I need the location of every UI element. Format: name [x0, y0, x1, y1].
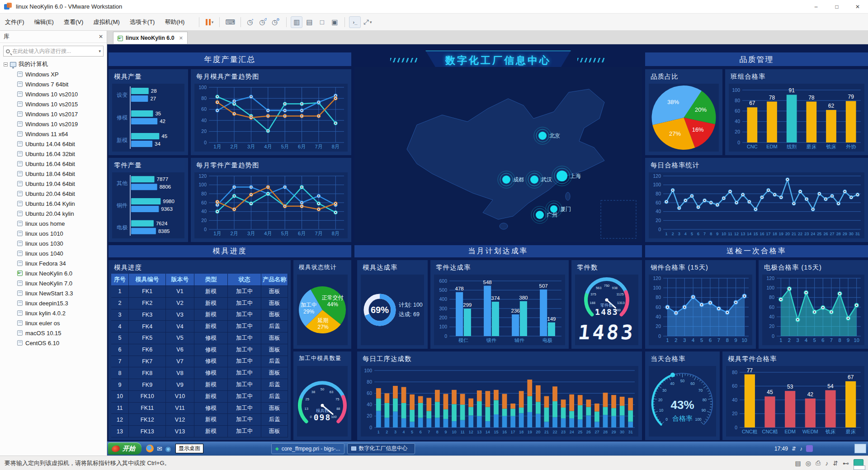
svg-text:7877: 7877 [157, 176, 169, 182]
show-desktop-button[interactable] [854, 444, 866, 453]
svg-text:53: 53 [787, 384, 793, 390]
title-decor-left [390, 58, 419, 62]
printer-icon[interactable]: ⎙ [816, 459, 821, 467]
svg-text:80: 80 [735, 98, 740, 103]
sidebar-vm-item[interactable]: Windows 10 vs2017 [0, 109, 107, 119]
network-icon[interactable]: ⇵ [792, 446, 796, 452]
mail-icon[interactable]: ✉ [157, 445, 162, 452]
sidebar-vm-item[interactable]: Windows XP [0, 69, 107, 79]
menu-item-1[interactable]: 编辑(E) [29, 16, 59, 28]
svg-text:69%: 69% [371, 305, 389, 315]
svg-text:40: 40 [656, 209, 661, 214]
mold-progress-table: 序号模具编号版本号类型状态产品名称1FK1V1新模加工中面板2FK2V2新模加工… [111, 274, 288, 437]
sidebar-vm-item[interactable]: Ubuntu 16.04 Kylin [0, 199, 107, 209]
fullscreen-button[interactable]: □ [316, 16, 328, 28]
sidebar-vm-item[interactable]: Ubuntu 18.04 64bit [0, 169, 107, 179]
tree-expander-icon[interactable] [4, 62, 8, 66]
close-button[interactable]: ✕ [847, 0, 868, 14]
sidebar-vm-item[interactable]: CentOS 6.10 [0, 338, 107, 348]
vm-name-label: linux NewStart 3.3 [25, 290, 73, 297]
start-button[interactable]: 开始 [108, 442, 142, 455]
svg-text:40: 40 [201, 118, 207, 123]
tray-app-icon[interactable] [806, 445, 813, 452]
toggle-console-button[interactable]: ▤ [303, 16, 315, 28]
take-snapshot-button[interactable]: ◷+ [245, 16, 257, 28]
firefox-icon[interactable] [146, 445, 154, 452]
svg-text:20: 20 [656, 218, 661, 223]
svg-text:44%: 44% [327, 301, 338, 308]
unity-mode-button[interactable]: ▣ [329, 16, 340, 28]
tab-neokylin[interactable]: linux NeoKylin 6.0 ✕ [113, 32, 188, 44]
menu-item-0[interactable]: 文件(F) [0, 16, 29, 28]
taskbar-task-button[interactable]: 数字化工厂信息中心 [347, 443, 415, 454]
sidebar-vm-item[interactable]: Windows 11 x64 [0, 129, 107, 139]
taskbar-task-button[interactable]: ◆core_ffmpeg.pri - bigs-... [271, 443, 344, 454]
sidebar-vm-item[interactable]: linux NeoKylin 7.0 [0, 278, 107, 288]
tree-root-my-computer[interactable]: 我的计算机 [0, 59, 107, 69]
sidebar-vm-item[interactable]: linux NeoKylin 6.0 [0, 268, 107, 278]
cd-rom-icon[interactable]: ◎ [806, 460, 811, 467]
svg-text:0: 0 [658, 333, 661, 339]
sidebar-vm-item[interactable]: linux uos 1030 [0, 238, 107, 248]
svg-text:100: 100 [439, 324, 447, 329]
svg-text:10: 10 [722, 232, 726, 236]
sidebar-vm-item[interactable]: linux uos home [0, 218, 107, 228]
minimize-button[interactable]: – [806, 0, 826, 14]
manage-snapshots-button[interactable]: ◷⚙ [270, 16, 282, 28]
menu-item-5[interactable]: 帮助(H) [160, 16, 189, 28]
send-ctrl-alt-del-button[interactable]: ⌨ [224, 16, 236, 28]
console-view-button[interactable]: ›_ [349, 16, 361, 28]
svg-text:7月: 7月 [315, 231, 322, 236]
sidebar-vm-item[interactable]: Ubuntu 14.04 64bit [0, 139, 107, 149]
svg-text:13: 13 [741, 232, 745, 236]
sidebar-vm-item[interactable]: linux euler os [0, 318, 107, 328]
sidebar-vm-item[interactable]: Windows 10 vs2019 [0, 119, 107, 129]
sound-icon[interactable]: ♪ [825, 460, 828, 467]
svg-text:20: 20 [769, 323, 774, 329]
sidebar-vm-item[interactable]: Ubuntu 20.04 kylin [0, 209, 107, 218]
volume-icon[interactable]: ♪ [800, 446, 802, 452]
svg-text:80: 80 [656, 294, 661, 300]
sidebar-vm-item[interactable]: Ubuntu 16.04 32bit [0, 149, 107, 159]
menu-item-3[interactable]: 虚拟机(M) [88, 16, 125, 28]
network-adapter-icon[interactable]: ⇵ [833, 460, 838, 467]
usb-icon[interactable]: ⊷ [843, 460, 849, 467]
stretch-guest-button[interactable]: ⤢▾ [362, 16, 373, 28]
search-dropdown-icon[interactable]: ▾ [99, 49, 101, 53]
svg-text:80: 80 [732, 370, 737, 375]
hard-disk-icon[interactable]: ▤ [795, 460, 801, 467]
sidebar-vm-item[interactable]: linux uos 1040 [0, 248, 107, 258]
maximize-button[interactable]: □ [826, 0, 847, 14]
svg-text:2: 2 [788, 337, 791, 343]
tab-close-icon[interactable]: ✕ [179, 35, 183, 41]
library-close-icon[interactable]: ✕ [99, 33, 103, 40]
panel-team-pass: 班组合格率 020406080100CNCEDM线割磨床铣床外协67789178… [725, 69, 868, 155]
sidebar-vm-item[interactable]: Windows 7 64bit [0, 79, 107, 89]
sidebar-vm-item[interactable]: Ubuntu 19.04 64bit [0, 179, 107, 189]
svg-text:548: 548 [483, 280, 492, 285]
svg-text:60: 60 [201, 200, 207, 205]
sidebar-vm-item[interactable]: macOS 10.15 [0, 328, 107, 338]
sidebar-vm-item[interactable]: Windows 10 vs2010 [0, 89, 107, 99]
menu-item-2[interactable]: 查看(V) [59, 16, 88, 28]
sidebar-vm-item[interactable]: linux kylin 4.0.2 [0, 308, 107, 318]
library-search[interactable]: ▾ [3, 46, 104, 57]
vm-icon [17, 340, 23, 346]
table-row: 10FK10V10新模加工中后盖 [111, 391, 288, 403]
revert-snapshot-button[interactable]: ◷↺ [258, 16, 269, 28]
pause-vm-button[interactable]: ▾ [203, 16, 215, 28]
sidebar-vm-item[interactable]: linux Fedora 34 [0, 258, 107, 268]
browser-icon[interactable]: ◉ [165, 445, 171, 452]
sidebar-vm-item[interactable]: Ubuntu 16.04 64bit [0, 159, 107, 169]
panel-mold-rate: 模具达成率 69% 计划: 100 达成: 69 [357, 260, 428, 349]
toggle-library-button[interactable]: ▥ [291, 16, 302, 28]
menu-item-4[interactable]: 选项卡(T) [125, 16, 160, 28]
sidebar-vm-item[interactable]: linux deepin15.3 [0, 298, 107, 308]
system-tray: 17:49 ⇵ ♪ [774, 444, 868, 453]
sidebar-vm-item[interactable]: linux uos 1010 [0, 228, 107, 238]
sidebar-vm-item[interactable]: linux NewStart 3.3 [0, 288, 107, 298]
panel-mold-status: 模具状态统计 正常交付44%延期27%加工中29% [293, 260, 351, 349]
sidebar-vm-item[interactable]: Windows 10 vs2015 [0, 99, 107, 109]
search-input[interactable] [12, 48, 96, 54]
sidebar-vm-item[interactable]: Ubuntu 20.04 64bit [0, 189, 107, 199]
